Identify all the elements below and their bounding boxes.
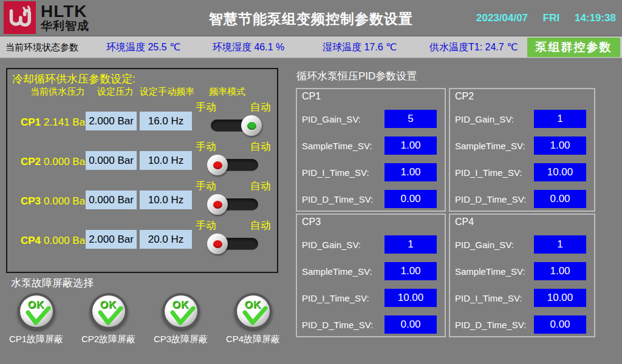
pid-gain-input[interactable]: 5	[384, 110, 437, 128]
pid-row: PID_D_Time_SV: 0.00	[455, 186, 586, 212]
ambient-humidity-value: 环境湿度 46.1 %	[213, 41, 284, 54]
brand-name: HLTK	[41, 2, 89, 20]
manual-frequency-input[interactable]: 16.0 Hz	[140, 112, 192, 130]
pid-d-time-input[interactable]: 0.00	[534, 315, 586, 334]
pid-row: SampleTime_SV: 1.00	[455, 132, 586, 159]
pump-row-cp3: CP30.000 Bar 0.000 Bar 10.0 Hz 手动 自动	[7, 178, 277, 218]
set-pressure-input[interactable]: 0.000 Bar	[86, 190, 137, 209]
pid-gain-input[interactable]: 1	[384, 235, 437, 254]
pid-group-title: CP4	[455, 217, 586, 231]
pid-gain-input[interactable]: 1	[534, 110, 586, 128]
pid-row: SampleTime_SV: 1.00	[455, 258, 586, 285]
pid-i-time-label: PID_I_Time_SV:	[455, 167, 522, 178]
cp3-fault-mask-button[interactable]: OK	[162, 293, 200, 329]
fault-mask-cell-cp2: OK CP2故障屏蔽	[72, 293, 145, 345]
pid-gain-label: PID_Gain_SV:	[302, 240, 361, 250]
datetime-display: 2023/04/07 FRI 14:19:38	[464, 12, 616, 24]
pid-d-time-input[interactable]: 0.00	[384, 315, 437, 334]
pid-group-cp2: CP2 PID_Gain_SV: 1 SampleTime_SV: 1.00 P…	[449, 88, 595, 212]
check-icon	[97, 306, 123, 326]
pid-d-time-label: PID_D_Time_SV:	[302, 194, 373, 204]
manual-frequency-input[interactable]: 10.0 Hz	[140, 190, 192, 209]
weekday-value: FRI	[543, 12, 559, 24]
mode-toggle-switch[interactable]	[211, 159, 258, 171]
set-pressure-input[interactable]: 2.000 Bar	[86, 112, 137, 130]
manual-mode-label: 手动	[196, 140, 216, 153]
toggle-knob[interactable]	[207, 234, 228, 254]
environment-status-bar: 当前环境状态参数 环境温度 25.5 ℃ 环境湿度 46.1 % 湿球温度 17…	[0, 36, 622, 58]
pid-group-title: CP1	[302, 91, 437, 106]
column-current-pressure: 当前供水压力	[30, 86, 85, 98]
pump-name-and-pressure: CP30.000 Bar	[21, 195, 89, 207]
pid-i-time-input[interactable]: 10.00	[384, 289, 437, 307]
manual-mode-label: 手动	[196, 100, 216, 114]
sample-time-input[interactable]: 1.00	[534, 136, 586, 155]
manual-mode-label: 手动	[196, 218, 216, 232]
current-pressure-value: 0.000 Bar	[44, 195, 89, 207]
pid-i-time-label: PID_I_Time_SV:	[302, 293, 369, 303]
pid-d-time-input[interactable]: 0.00	[384, 190, 437, 208]
pid-group-title: CP3	[302, 217, 437, 231]
pid-gain-input[interactable]: 1	[534, 235, 586, 254]
mode-toggle-switch[interactable]	[211, 238, 258, 250]
manual-mode-label: 手动	[196, 179, 216, 193]
check-icon	[169, 306, 196, 326]
cp1-fault-mask-button[interactable]: OK	[18, 293, 55, 329]
cp4-fault-mask-button[interactable]: OK	[234, 293, 272, 329]
brand-name-chinese: 华利智成	[41, 20, 89, 32]
mode-toggle-switch[interactable]	[211, 120, 258, 132]
pump-name-and-pressure: CP12.141 Bar	[21, 116, 89, 129]
pump-rows: CP12.141 Bar 2.000 Bar 16.0 Hz 手动 自动 CP2…	[7, 99, 277, 257]
fault-mask-label: CP2故障屏蔽	[81, 334, 135, 345]
pid-row: SampleTime_SV: 1.00	[302, 132, 437, 159]
set-pressure-input[interactable]: 2.000 Bar	[86, 230, 137, 249]
pid-row: PID_Gain_SV: 5	[302, 106, 437, 132]
pid-group-cp4: CP4 PID_Gain_SV: 1 SampleTime_SV: 1.00 P…	[449, 214, 595, 337]
sample-time-input[interactable]: 1.00	[384, 262, 437, 280]
pid-group-cp3: CP3 PID_Gain_SV: 1 SampleTime_SV: 1.00 P…	[296, 214, 446, 337]
pid-group-cp1: CP1 PID_Gain_SV: 5 SampleTime_SV: 1.00 P…	[296, 88, 446, 212]
column-manual-frequency: 设定手动频率	[140, 86, 194, 98]
pid-d-time-input[interactable]: 0.00	[534, 190, 586, 208]
sample-time-input[interactable]: 1.00	[534, 262, 586, 280]
toggle-knob[interactable]	[207, 194, 228, 215]
current-pressure-value: 0.000 Bar	[44, 235, 89, 246]
column-set-pressure: 设定压力	[97, 86, 134, 98]
fault-mask-buttons: OK CP1故障屏蔽 OK CP2故障屏蔽 OK CP3故障屏蔽 OK	[0, 293, 290, 345]
pid-row: PID_Gain_SV: 1	[455, 106, 586, 132]
mode-toggle-switch[interactable]	[211, 198, 258, 211]
pid-gain-label: PID_Gain_SV:	[455, 114, 514, 124]
current-pressure-value: 0.000 Bar	[44, 156, 89, 167]
supply-water-temperature-value: 供水温度T1: 24.7 ℃	[429, 41, 518, 54]
pid-i-time-input[interactable]: 10.00	[534, 163, 586, 181]
pid-row: PID_I_Time_SV: 1.00	[302, 159, 437, 186]
pump-group-control-params-button[interactable]: 泵组群控参数	[527, 38, 620, 57]
auto-mode-label: 自动	[250, 179, 271, 193]
toggle-knob[interactable]	[207, 155, 228, 175]
manual-frequency-input[interactable]: 20.0 Hz	[140, 230, 192, 249]
pid-d-time-label: PID_D_Time_SV:	[455, 194, 526, 204]
manual-frequency-input[interactable]: 10.0 Hz	[140, 151, 192, 170]
pid-group-title: CP2	[455, 91, 586, 106]
fault-mask-cell-cp3: OK CP3故障屏蔽	[145, 293, 217, 345]
wetbulb-temperature-value: 湿球温度 17.6 ℃	[323, 41, 397, 54]
pid-i-time-input[interactable]: 10.00	[534, 289, 586, 307]
pid-row: PID_D_Time_SV: 0.00	[302, 186, 437, 212]
check-icon	[24, 306, 51, 326]
pid-gain-label: PID_Gain_SV:	[455, 240, 514, 250]
set-pressure-input[interactable]: 0.000 Bar	[86, 151, 137, 170]
pid-groups: CP1 PID_Gain_SV: 5 SampleTime_SV: 1.00 P…	[296, 88, 596, 337]
sample-time-input[interactable]: 1.00	[384, 136, 437, 155]
pid-d-time-label: PID_D_Time_SV:	[302, 320, 373, 330]
pump-row-cp2: CP20.000 Bar 0.000 Bar 10.0 Hz 手动 自动	[7, 139, 277, 178]
pump-row-cp1: CP12.141 Bar 2.000 Bar 16.0 Hz 手动 自动	[7, 99, 277, 139]
pid-row: PID_Gain_SV: 1	[302, 231, 437, 258]
pid-row: PID_I_Time_SV: 10.00	[455, 159, 586, 186]
fault-mask-cell-cp4: OK CP4故障屏蔽	[217, 293, 289, 345]
auto-mode-label: 自动	[250, 218, 271, 232]
pump-name-and-pressure: CP40.000 Bar	[21, 235, 89, 247]
pid-i-time-input[interactable]: 1.00	[384, 163, 437, 181]
toggle-state-dot	[213, 161, 222, 169]
cp2-fault-mask-button[interactable]: OK	[90, 293, 128, 329]
toggle-knob[interactable]	[241, 115, 262, 136]
